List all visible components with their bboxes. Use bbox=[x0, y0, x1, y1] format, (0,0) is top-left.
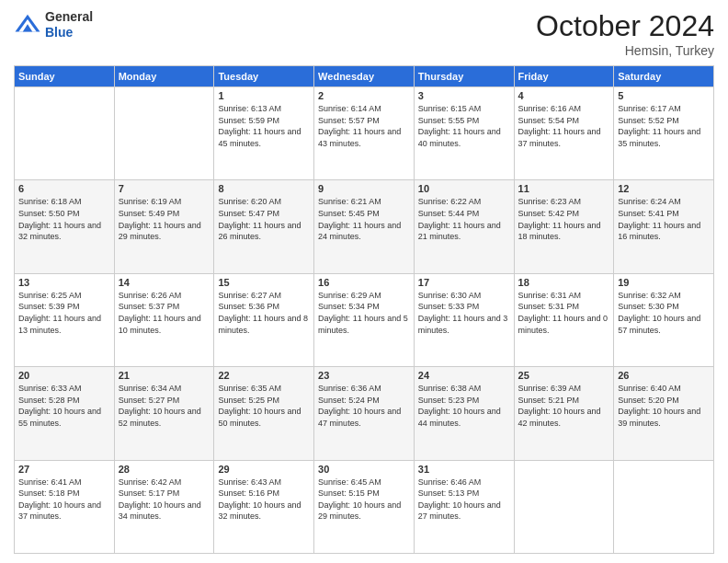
calendar-cell: 7Sunrise: 6:19 AMSunset: 5:49 PMDaylight… bbox=[114, 180, 214, 273]
header-thursday: Thursday bbox=[414, 66, 514, 87]
day-info: Sunrise: 6:22 AMSunset: 5:44 PMDaylight:… bbox=[418, 196, 510, 242]
day-number: 15 bbox=[218, 277, 310, 288]
calendar-cell: 10Sunrise: 6:22 AMSunset: 5:44 PMDayligh… bbox=[414, 180, 514, 273]
calendar-cell: 16Sunrise: 6:29 AMSunset: 5:34 PMDayligh… bbox=[314, 273, 415, 366]
calendar-cell: 9Sunrise: 6:21 AMSunset: 5:45 PMDaylight… bbox=[314, 180, 415, 273]
day-info: Sunrise: 6:13 AMSunset: 5:59 PMDaylight:… bbox=[218, 103, 310, 149]
calendar-cell: 29Sunrise: 6:43 AMSunset: 5:16 PMDayligh… bbox=[214, 460, 314, 553]
day-number: 30 bbox=[318, 464, 410, 475]
header-monday: Monday bbox=[114, 66, 214, 87]
day-number: 14 bbox=[119, 277, 210, 288]
calendar-cell: 23Sunrise: 6:36 AMSunset: 5:24 PMDayligh… bbox=[314, 367, 415, 460]
calendar-cell: 18Sunrise: 6:31 AMSunset: 5:31 PMDayligh… bbox=[514, 273, 614, 366]
day-info: Sunrise: 6:42 AMSunset: 5:17 PMDaylight:… bbox=[119, 477, 210, 523]
logo: General Blue bbox=[14, 9, 93, 40]
day-number: 25 bbox=[518, 370, 610, 381]
day-info: Sunrise: 6:34 AMSunset: 5:27 PMDaylight:… bbox=[119, 383, 210, 429]
calendar-cell bbox=[514, 460, 614, 553]
day-info: Sunrise: 6:24 AMSunset: 5:41 PMDaylight:… bbox=[618, 196, 710, 242]
day-number: 16 bbox=[318, 277, 410, 288]
day-number: 26 bbox=[618, 370, 710, 381]
calendar-cell: 17Sunrise: 6:30 AMSunset: 5:33 PMDayligh… bbox=[414, 273, 514, 366]
calendar-cell: 1Sunrise: 6:13 AMSunset: 5:59 PMDaylight… bbox=[214, 87, 314, 180]
logo-text: General Blue bbox=[45, 9, 93, 40]
day-info: Sunrise: 6:16 AMSunset: 5:54 PMDaylight:… bbox=[518, 103, 610, 149]
calendar-cell: 26Sunrise: 6:40 AMSunset: 5:20 PMDayligh… bbox=[614, 367, 714, 460]
day-info: Sunrise: 6:29 AMSunset: 5:34 PMDaylight:… bbox=[318, 290, 410, 336]
page: General Blue October 2024 Hemsin, Turkey… bbox=[0, 0, 728, 563]
day-info: Sunrise: 6:43 AMSunset: 5:16 PMDaylight:… bbox=[218, 477, 310, 523]
day-info: Sunrise: 6:38 AMSunset: 5:23 PMDaylight:… bbox=[418, 383, 510, 429]
day-info: Sunrise: 6:41 AMSunset: 5:18 PMDaylight:… bbox=[18, 477, 110, 523]
calendar-cell: 31Sunrise: 6:46 AMSunset: 5:13 PMDayligh… bbox=[414, 460, 514, 553]
day-number: 3 bbox=[418, 90, 510, 101]
calendar-cell: 4Sunrise: 6:16 AMSunset: 5:54 PMDaylight… bbox=[514, 87, 614, 180]
day-number: 11 bbox=[518, 183, 610, 194]
day-number: 9 bbox=[318, 183, 410, 194]
day-number: 17 bbox=[418, 277, 510, 288]
week-row-1: 6Sunrise: 6:18 AMSunset: 5:50 PMDaylight… bbox=[15, 180, 714, 273]
calendar-cell bbox=[114, 87, 214, 180]
calendar-cell bbox=[614, 460, 714, 553]
calendar-cell: 30Sunrise: 6:45 AMSunset: 5:15 PMDayligh… bbox=[314, 460, 415, 553]
day-number: 4 bbox=[518, 90, 610, 101]
day-number: 22 bbox=[218, 370, 310, 381]
calendar-cell: 2Sunrise: 6:14 AMSunset: 5:57 PMDaylight… bbox=[314, 87, 415, 180]
day-info: Sunrise: 6:21 AMSunset: 5:45 PMDaylight:… bbox=[318, 196, 410, 242]
day-info: Sunrise: 6:27 AMSunset: 5:36 PMDaylight:… bbox=[218, 290, 310, 336]
day-number: 19 bbox=[618, 277, 710, 288]
calendar-cell: 6Sunrise: 6:18 AMSunset: 5:50 PMDaylight… bbox=[15, 180, 115, 273]
location-subtitle: Hemsin, Turkey bbox=[536, 43, 714, 58]
day-number: 12 bbox=[618, 183, 710, 194]
week-row-0: 1Sunrise: 6:13 AMSunset: 5:59 PMDaylight… bbox=[15, 87, 714, 180]
day-info: Sunrise: 6:25 AMSunset: 5:39 PMDaylight:… bbox=[18, 290, 110, 336]
calendar-cell: 25Sunrise: 6:39 AMSunset: 5:21 PMDayligh… bbox=[514, 367, 614, 460]
calendar-cell: 24Sunrise: 6:38 AMSunset: 5:23 PMDayligh… bbox=[414, 367, 514, 460]
calendar-header-row: Sunday Monday Tuesday Wednesday Thursday… bbox=[15, 66, 714, 87]
day-info: Sunrise: 6:45 AMSunset: 5:15 PMDaylight:… bbox=[318, 477, 410, 523]
day-number: 7 bbox=[119, 183, 210, 194]
calendar-cell: 13Sunrise: 6:25 AMSunset: 5:39 PMDayligh… bbox=[15, 273, 115, 366]
calendar-cell: 8Sunrise: 6:20 AMSunset: 5:47 PMDaylight… bbox=[214, 180, 314, 273]
day-info: Sunrise: 6:39 AMSunset: 5:21 PMDaylight:… bbox=[518, 383, 610, 429]
week-row-3: 20Sunrise: 6:33 AMSunset: 5:28 PMDayligh… bbox=[15, 367, 714, 460]
day-number: 5 bbox=[618, 90, 710, 101]
day-number: 21 bbox=[119, 370, 210, 381]
day-number: 18 bbox=[518, 277, 610, 288]
day-number: 20 bbox=[18, 370, 110, 381]
calendar-cell: 5Sunrise: 6:17 AMSunset: 5:52 PMDaylight… bbox=[614, 87, 714, 180]
calendar-table: Sunday Monday Tuesday Wednesday Thursday… bbox=[14, 65, 714, 554]
week-row-2: 13Sunrise: 6:25 AMSunset: 5:39 PMDayligh… bbox=[15, 273, 714, 366]
calendar-cell: 28Sunrise: 6:42 AMSunset: 5:17 PMDayligh… bbox=[114, 460, 214, 553]
day-info: Sunrise: 6:19 AMSunset: 5:49 PMDaylight:… bbox=[119, 196, 210, 242]
day-number: 6 bbox=[18, 183, 110, 194]
day-info: Sunrise: 6:32 AMSunset: 5:30 PMDaylight:… bbox=[618, 290, 710, 336]
day-number: 24 bbox=[418, 370, 510, 381]
day-number: 8 bbox=[218, 183, 310, 194]
day-info: Sunrise: 6:23 AMSunset: 5:42 PMDaylight:… bbox=[518, 196, 610, 242]
day-number: 13 bbox=[18, 277, 110, 288]
calendar-cell: 21Sunrise: 6:34 AMSunset: 5:27 PMDayligh… bbox=[114, 367, 214, 460]
calendar-cell: 27Sunrise: 6:41 AMSunset: 5:18 PMDayligh… bbox=[15, 460, 115, 553]
day-info: Sunrise: 6:20 AMSunset: 5:47 PMDaylight:… bbox=[218, 196, 310, 242]
calendar-cell: 22Sunrise: 6:35 AMSunset: 5:25 PMDayligh… bbox=[214, 367, 314, 460]
calendar-cell bbox=[15, 87, 115, 180]
day-info: Sunrise: 6:15 AMSunset: 5:55 PMDaylight:… bbox=[418, 103, 510, 149]
day-number: 1 bbox=[218, 90, 310, 101]
header-sunday: Sunday bbox=[15, 66, 115, 87]
day-info: Sunrise: 6:17 AMSunset: 5:52 PMDaylight:… bbox=[618, 103, 710, 149]
header: General Blue October 2024 Hemsin, Turkey bbox=[14, 9, 714, 58]
day-number: 27 bbox=[18, 464, 110, 475]
header-saturday: Saturday bbox=[614, 66, 714, 87]
day-info: Sunrise: 6:36 AMSunset: 5:24 PMDaylight:… bbox=[318, 383, 410, 429]
calendar-cell: 11Sunrise: 6:23 AMSunset: 5:42 PMDayligh… bbox=[514, 180, 614, 273]
calendar-cell: 12Sunrise: 6:24 AMSunset: 5:41 PMDayligh… bbox=[614, 180, 714, 273]
calendar-cell: 3Sunrise: 6:15 AMSunset: 5:55 PMDaylight… bbox=[414, 87, 514, 180]
day-info: Sunrise: 6:46 AMSunset: 5:13 PMDaylight:… bbox=[418, 477, 510, 523]
month-title: October 2024 bbox=[536, 9, 714, 43]
day-info: Sunrise: 6:18 AMSunset: 5:50 PMDaylight:… bbox=[18, 196, 110, 242]
calendar-cell: 20Sunrise: 6:33 AMSunset: 5:28 PMDayligh… bbox=[15, 367, 115, 460]
logo-general: General bbox=[45, 9, 93, 25]
day-info: Sunrise: 6:30 AMSunset: 5:33 PMDaylight:… bbox=[418, 290, 510, 336]
day-info: Sunrise: 6:26 AMSunset: 5:37 PMDaylight:… bbox=[119, 290, 210, 336]
